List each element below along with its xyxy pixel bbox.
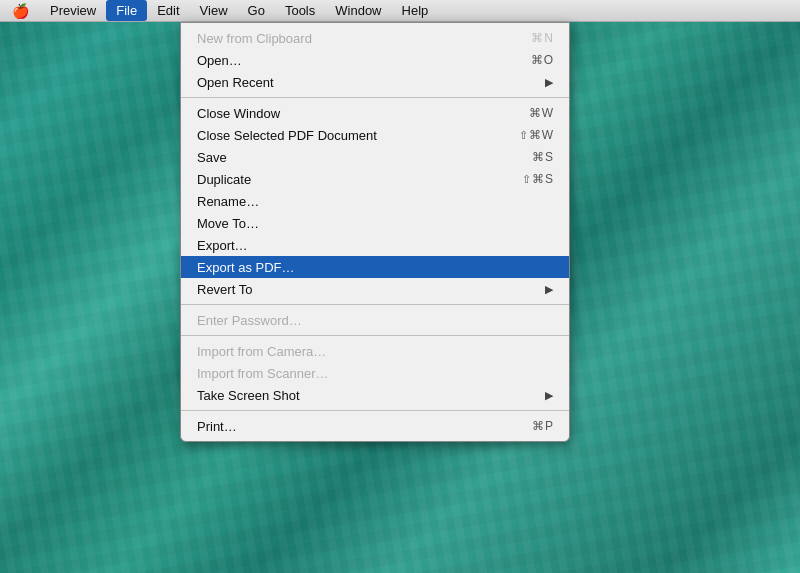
menubar-item-edit[interactable]: Edit xyxy=(147,0,189,21)
file-dropdown-menu: New from Clipboard ⌘N Open… ⌘O Open Rece… xyxy=(180,22,570,442)
menubar-item-go[interactable]: Go xyxy=(238,0,275,21)
menubar-item-window[interactable]: Window xyxy=(325,0,391,21)
menu-item-duplicate[interactable]: Duplicate ⇧⌘S xyxy=(181,168,569,190)
menubar-item-preview[interactable]: Preview xyxy=(40,0,106,21)
menu-item-export[interactable]: Export… xyxy=(181,234,569,256)
submenu-arrow-open-recent: ▶ xyxy=(545,76,553,89)
menu-item-close-window[interactable]: Close Window ⌘W xyxy=(181,102,569,124)
separator-4 xyxy=(181,410,569,411)
apple-menu-button[interactable]: 🍎 xyxy=(0,3,40,19)
menubar-item-view[interactable]: View xyxy=(190,0,238,21)
menu-item-rename[interactable]: Rename… xyxy=(181,190,569,212)
menu-item-close-selected-pdf[interactable]: Close Selected PDF Document ⇧⌘W xyxy=(181,124,569,146)
menu-item-import-camera[interactable]: Import from Camera… xyxy=(181,340,569,362)
menu-item-enter-password[interactable]: Enter Password… xyxy=(181,309,569,331)
menubar-item-file[interactable]: File xyxy=(106,0,147,21)
menu-item-print[interactable]: Print… ⌘P xyxy=(181,415,569,437)
apple-icon: 🍎 xyxy=(12,3,29,19)
menu-item-open[interactable]: Open… ⌘O xyxy=(181,49,569,71)
menu-item-revert-to[interactable]: Revert To ▶ xyxy=(181,278,569,300)
menu-item-move-to[interactable]: Move To… xyxy=(181,212,569,234)
submenu-arrow-revert-to: ▶ xyxy=(545,283,553,296)
separator-1 xyxy=(181,97,569,98)
menu-item-open-recent[interactable]: Open Recent ▶ xyxy=(181,71,569,93)
menu-item-take-screenshot[interactable]: Take Screen Shot ▶ xyxy=(181,384,569,406)
menubar-item-tools[interactable]: Tools xyxy=(275,0,325,21)
menubar-item-help[interactable]: Help xyxy=(392,0,439,21)
menu-item-import-scanner[interactable]: Import from Scanner… xyxy=(181,362,569,384)
separator-3 xyxy=(181,335,569,336)
menu-item-save[interactable]: Save ⌘S xyxy=(181,146,569,168)
menu-item-new-clipboard[interactable]: New from Clipboard ⌘N xyxy=(181,27,569,49)
menu-item-export-pdf[interactable]: Export as PDF… xyxy=(181,256,569,278)
submenu-arrow-screenshot: ▶ xyxy=(545,389,553,402)
separator-2 xyxy=(181,304,569,305)
menubar: 🍎 Preview File Edit View Go Tools Window… xyxy=(0,0,800,22)
